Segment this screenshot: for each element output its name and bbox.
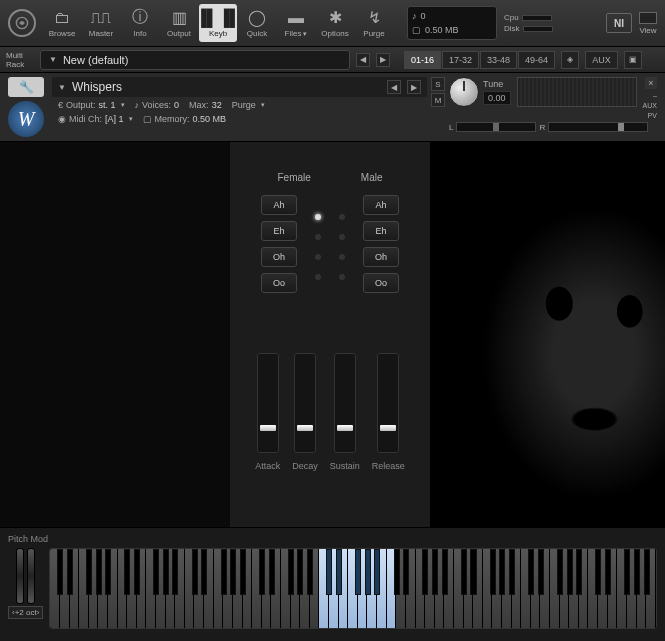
- white-key[interactable]: [627, 549, 637, 628]
- white-key[interactable]: [579, 549, 589, 628]
- keyb-button[interactable]: ▐▌▐▌Keyb: [199, 4, 237, 42]
- white-key[interactable]: [406, 549, 416, 628]
- white-key[interactable]: [310, 549, 320, 628]
- white-key[interactable]: [329, 549, 339, 628]
- white-key[interactable]: [98, 549, 108, 628]
- volume-slider[interactable]: [548, 122, 648, 132]
- male-eh-button[interactable]: Eh: [363, 221, 399, 241]
- male-oh-button[interactable]: Oh: [363, 247, 399, 267]
- white-key[interactable]: [291, 549, 301, 628]
- output-button[interactable]: ▥Output: [160, 4, 198, 42]
- white-key[interactable]: [550, 549, 560, 628]
- white-key[interactable]: [156, 549, 166, 628]
- white-key[interactable]: [70, 549, 80, 628]
- female-oh-radio[interactable]: [315, 254, 321, 260]
- male-oo-button[interactable]: Oo: [363, 273, 399, 293]
- solo-button[interactable]: S: [431, 77, 445, 91]
- white-key[interactable]: [271, 549, 281, 628]
- white-key[interactable]: [396, 549, 406, 628]
- white-key[interactable]: [60, 549, 70, 628]
- white-key[interactable]: [214, 549, 224, 628]
- master-button[interactable]: ⎍⎍Master: [82, 4, 120, 42]
- pan-slider[interactable]: [456, 122, 536, 132]
- male-eh-radio[interactable]: [339, 234, 345, 240]
- white-key[interactable]: [89, 549, 99, 628]
- range-tab-17-32[interactable]: 17-32: [442, 51, 479, 69]
- white-key[interactable]: [483, 549, 493, 628]
- white-key[interactable]: [175, 549, 185, 628]
- inst-prev-button[interactable]: ◀: [387, 80, 401, 94]
- male-ah-button[interactable]: Ah: [363, 195, 399, 215]
- white-key[interactable]: [540, 549, 550, 628]
- white-key[interactable]: [502, 549, 512, 628]
- white-key[interactable]: [223, 549, 233, 628]
- white-key[interactable]: [252, 549, 262, 628]
- inst-next-button[interactable]: ▶: [407, 80, 421, 94]
- white-key[interactable]: [377, 549, 387, 628]
- white-key[interactable]: [608, 549, 618, 628]
- max-voices[interactable]: Max: 32: [189, 100, 222, 110]
- white-key[interactable]: [617, 549, 627, 628]
- male-oh-radio[interactable]: [339, 254, 345, 260]
- white-key[interactable]: [637, 549, 647, 628]
- white-key[interactable]: [512, 549, 522, 628]
- app-logo-icon[interactable]: [8, 9, 36, 37]
- octave-display[interactable]: ‹+2 oct›: [8, 606, 43, 619]
- white-key[interactable]: [560, 549, 570, 628]
- white-key[interactable]: [416, 549, 426, 628]
- quick-button[interactable]: ◯Quick: [238, 4, 276, 42]
- white-key[interactable]: [492, 549, 502, 628]
- release-slider[interactable]: [377, 353, 399, 453]
- inst-aux-label[interactable]: AUX: [643, 102, 657, 109]
- white-key[interactable]: [444, 549, 454, 628]
- close-instrument-button[interactable]: ×: [645, 77, 657, 89]
- white-key[interactable]: [435, 549, 445, 628]
- white-key[interactable]: [118, 549, 128, 628]
- female-oo-radio[interactable]: [315, 274, 321, 280]
- white-key[interactable]: [50, 549, 60, 628]
- preset-next-button[interactable]: ▶: [376, 53, 390, 67]
- info-button[interactable]: ⓘInfo: [121, 4, 159, 42]
- white-key[interactable]: [464, 549, 474, 628]
- white-key[interactable]: [598, 549, 608, 628]
- white-key[interactable]: [473, 549, 483, 628]
- white-key[interactable]: [194, 549, 204, 628]
- kspace-button[interactable]: ◈: [561, 51, 579, 69]
- preset-prev-button[interactable]: ◀: [356, 53, 370, 67]
- inst-pv-label[interactable]: PV: [648, 112, 657, 119]
- purge-button[interactable]: ↯Purge: [355, 4, 393, 42]
- instrument-title-dropdown[interactable]: ▼ Whispers ◀ ▶: [52, 77, 427, 97]
- white-key[interactable]: [531, 549, 541, 628]
- white-key[interactable]: [166, 549, 176, 628]
- edit-instrument-button[interactable]: 🔧: [8, 77, 44, 97]
- white-key[interactable]: [588, 549, 598, 628]
- white-key[interactable]: [569, 549, 579, 628]
- white-key[interactable]: [425, 549, 435, 628]
- male-oo-radio[interactable]: [339, 274, 345, 280]
- white-key[interactable]: [387, 549, 397, 628]
- female-eh-button[interactable]: Eh: [261, 221, 297, 241]
- female-eh-radio[interactable]: [315, 234, 321, 240]
- white-key[interactable]: [646, 549, 656, 628]
- virtual-keyboard[interactable]: [49, 548, 657, 629]
- mute-button[interactable]: M: [431, 93, 445, 107]
- white-key[interactable]: [146, 549, 156, 628]
- white-key[interactable]: [300, 549, 310, 628]
- aux-button[interactable]: AUX: [585, 51, 618, 69]
- browse-button[interactable]: 🗀Browse: [43, 4, 81, 42]
- white-key[interactable]: [521, 549, 531, 628]
- pitch-wheel[interactable]: [16, 548, 24, 604]
- female-oo-button[interactable]: Oo: [261, 273, 297, 293]
- range-tab-49-64[interactable]: 49-64: [518, 51, 555, 69]
- white-key[interactable]: [348, 549, 358, 628]
- tune-knob[interactable]: [449, 77, 479, 107]
- inst-purge-button[interactable]: Purge: [232, 100, 265, 110]
- female-ah-button[interactable]: Ah: [261, 195, 297, 215]
- range-tab-01-16[interactable]: 01-16: [404, 51, 441, 69]
- female-ah-radio[interactable]: [315, 214, 321, 220]
- minimize-button[interactable]: ▣: [624, 51, 642, 69]
- male-ah-radio[interactable]: [339, 214, 345, 220]
- white-key[interactable]: [185, 549, 195, 628]
- mod-wheel[interactable]: [27, 548, 35, 604]
- white-key[interactable]: [243, 549, 253, 628]
